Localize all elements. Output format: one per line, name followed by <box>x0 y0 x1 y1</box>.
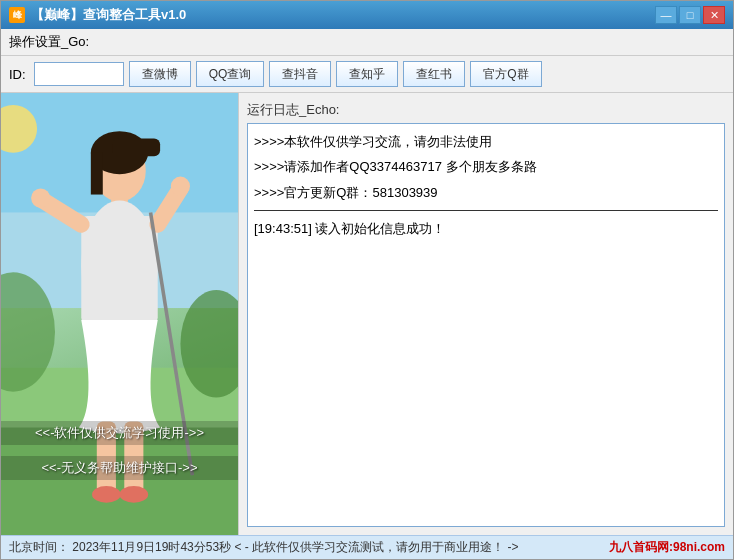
log-title: 运行日志_Echo: <box>247 101 725 119</box>
main-window: 峰 【巅峰】查询整合工具v1.0 — □ ✕ 操作设置_Go: ID: 查微博 … <box>0 0 734 560</box>
minimize-button[interactable]: — <box>655 6 677 24</box>
log-box[interactable]: >>>>本软件仅供学习交流，请勿非法使用 >>>>请添加作者QQ33744637… <box>247 123 725 527</box>
left-panel: <<-软件仅供交流学习使用->> <<-无义务帮助维护接口->> <box>1 93 239 535</box>
svg-rect-9 <box>91 153 103 195</box>
close-button[interactable]: ✕ <box>703 6 725 24</box>
log-line-3: >>>>官方更新Q群：581303939 <box>254 181 718 204</box>
douyin-btn[interactable]: 查抖音 <box>269 61 331 87</box>
log-line-2: >>>>请添加作者QQ3374463717 多个朋友多条路 <box>254 155 718 178</box>
overlay-text-2: <<-无义务帮助维护接口->> <box>1 456 238 480</box>
status-left-text: 北京时间： 2023年11月9日19时43分53秒 < - 此软件仅供学习交流测… <box>9 539 518 556</box>
svg-point-17 <box>171 177 190 196</box>
background-image: <<-软件仅供交流学习使用->> <<-无义务帮助维护接口->> <box>1 93 238 535</box>
log-section: 运行日志_Echo: >>>>本软件仅供学习交流，请勿非法使用 >>>>请添加作… <box>247 101 725 527</box>
main-content: <<-软件仅供交流学习使用->> <<-无义务帮助维护接口->> 运行日志_Ec… <box>1 93 733 535</box>
menu-bar: 操作设置_Go: <box>1 29 733 56</box>
status-right-text: 九八首码网:98ni.com <box>609 539 725 556</box>
svg-point-16 <box>31 189 50 208</box>
qqgroup-btn[interactable]: 官方Q群 <box>470 61 541 87</box>
right-panel: 运行日志_Echo: >>>>本软件仅供学习交流，请勿非法使用 >>>>请添加作… <box>239 93 733 535</box>
svg-point-21 <box>120 486 149 503</box>
redbook-btn[interactable]: 查红书 <box>403 61 465 87</box>
svg-rect-10 <box>112 138 160 156</box>
window-title: 【巅峰】查询整合工具v1.0 <box>31 6 655 24</box>
weibo-btn[interactable]: 查微博 <box>129 61 191 87</box>
qq-btn[interactable]: QQ查询 <box>196 61 265 87</box>
app-icon: 峰 <box>9 7 25 23</box>
log-separator <box>254 210 718 211</box>
zhihu-btn[interactable]: 查知乎 <box>336 61 398 87</box>
svg-rect-13 <box>81 216 157 324</box>
id-label: ID: <box>9 67 26 82</box>
log-line-1: >>>>本软件仅供学习交流，请勿非法使用 <box>254 130 718 153</box>
title-bar: 峰 【巅峰】查询整合工具v1.0 — □ ✕ <box>1 1 733 29</box>
menu-label: 操作设置_Go: <box>9 34 89 49</box>
status-bar: 北京时间： 2023年11月9日19时43分53秒 < - 此软件仅供学习交流测… <box>1 535 733 559</box>
overlay-text-1: <<-软件仅供交流学习使用->> <box>1 421 238 445</box>
svg-point-20 <box>92 486 121 503</box>
window-controls: — □ ✕ <box>655 6 725 24</box>
toolbar: ID: 查微博 QQ查询 查抖音 查知乎 查红书 官方Q群 <box>1 56 733 93</box>
log-line-4: [19:43:51] 读入初始化信息成功！ <box>254 217 718 240</box>
id-input[interactable] <box>34 62 124 86</box>
maximize-button[interactable]: □ <box>679 6 701 24</box>
